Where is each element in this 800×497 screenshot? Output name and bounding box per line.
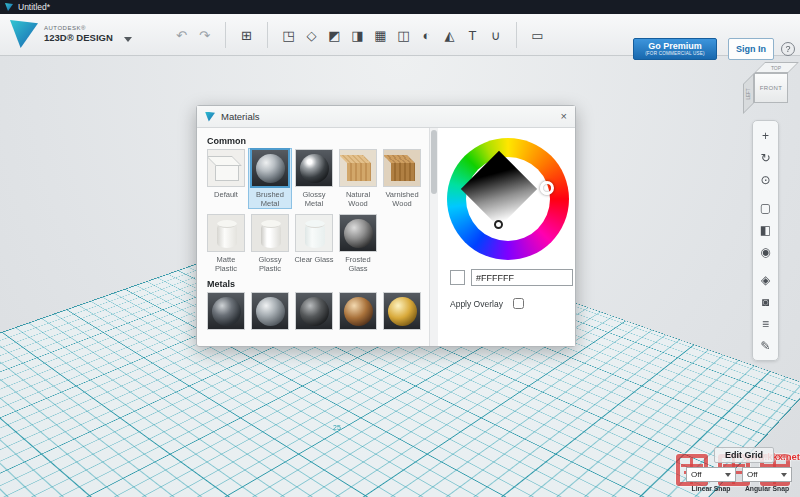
material-shape [256,154,285,183]
pan-icon[interactable]: + [755,125,776,146]
construct-icon[interactable]: ◩ [323,24,346,47]
material-label [337,330,379,346]
material-sphere-gold[interactable] [381,292,423,346]
toolbar-separator [225,22,226,48]
material-natural-wood[interactable]: Natural Wood [337,149,379,208]
go-premium-label: Go Premium [648,41,702,51]
material-thumbnail [207,292,245,330]
view-cube-front-face[interactable]: FRONT [754,73,788,103]
angular-snap-label: Angular Snap [740,485,794,492]
go-premium-sublabel: (FOR COMMERCIAL USE) [645,51,705,57]
view-cube-top-face[interactable]: TOP [754,62,799,73]
brand-line2: 123D® DESIGN [44,33,113,43]
visibility-icon[interactable]: ◉ [755,241,776,262]
material-sphere-dark[interactable] [293,292,335,346]
dialog-title: Materials [221,111,260,122]
chevron-down-icon [781,473,787,477]
grid-snap-panel: Edit Grid Off Off Linear Snap Angular Sn… [684,447,796,495]
material-label: Default [205,187,247,206]
primitives-icon[interactable]: ⊞ [235,24,258,47]
material-shape [217,223,237,248]
apply-overlay-label: Apply Overlay [450,299,503,309]
material-thumbnail [295,149,333,187]
view-cube[interactable]: TOP LEFT FRONT [744,62,796,108]
scrollbar-thumb[interactable] [431,130,437,194]
section-title: Metals [207,279,429,289]
orbit-icon[interactable]: ↻ [755,147,776,168]
sketch-tools-icon[interactable]: ✎ [755,335,776,356]
material-thumbnail [383,292,421,330]
toolbar-separator [516,22,517,48]
hex-color-input[interactable] [471,269,573,286]
material-clear-glass[interactable]: Clear Glass [293,214,335,273]
material-shape [256,297,285,326]
transform-icon[interactable]: ◳ [277,24,300,47]
autodesk-123d-logo [10,20,38,48]
go-premium-button[interactable]: Go Premium (FOR COMMERCIAL USE) [633,38,717,60]
window-title: Untitled* [18,2,50,12]
undo-icon[interactable]: ↶ [170,24,193,47]
toolbar-separator [267,22,268,48]
edit-grid-button[interactable]: Edit Grid [714,447,774,463]
material-shape [300,297,329,326]
material-default[interactable]: Default [205,149,247,208]
material-glossy-metal[interactable]: Glossy Metal [293,149,335,208]
redo-icon[interactable]: ↷ [193,24,216,47]
sv-selector-dot[interactable] [494,220,503,229]
color-swatch [450,270,465,285]
toolbar-icons: ↶↷⊞◳◇◩◨▦◫◐◭T∪▭ [170,22,549,48]
chevron-down-icon [725,473,731,477]
material-sphere-iron[interactable] [205,292,247,346]
material-frosted-glass[interactable]: Frosted Glass [337,214,379,273]
ruler-icon[interactable]: ▭ [526,24,549,47]
material-thumbnail [339,214,377,252]
dialog-header[interactable]: Materials × [197,106,575,128]
app-menu-chevron-icon[interactable] [124,37,132,42]
hue-selector-dot[interactable] [540,181,554,195]
material-brushed-metal[interactable]: Brushed Metal [249,149,291,208]
materials-dialog: Materials × CommonDefaultBrushed MetalGl… [196,105,576,347]
material-glossy-plastic[interactable]: Glossy Plastic [249,214,291,273]
material-label [293,330,335,346]
text-icon[interactable]: T [461,24,484,47]
title-bar: Untitled* [0,0,800,14]
linear-snap-label: Linear Snap [684,485,738,492]
material-label: Clear Glass [293,252,335,271]
material-thumbnail [295,292,333,330]
material-label: Glossy Metal [293,187,335,208]
material-sphere-bronze[interactable] [337,292,379,346]
materials-scrollbar[interactable] [429,128,438,346]
view-cube-left-face[interactable]: LEFT [743,73,754,114]
help-button[interactable]: ? [781,42,795,56]
modify-icon[interactable]: ◨ [346,24,369,47]
grouping-icon[interactable]: ◫ [392,24,415,47]
material-sphere-steel[interactable] [249,292,291,346]
material-label: Varnished Wood [381,187,423,208]
outline-icon[interactable]: ◈ [755,269,776,290]
dialog-logo-icon [205,112,215,122]
material-label: Brushed Metal [249,187,291,208]
fit-icon[interactable]: ▢ [755,197,776,218]
materials-pane: CommonDefaultBrushed MetalGlossy MetalNa… [197,128,429,346]
material-shape [305,223,325,248]
pattern-icon[interactable]: ▦ [369,24,392,47]
combine-icon[interactable]: ◐ [415,24,438,47]
linear-snap-select[interactable]: Off [686,467,736,482]
layers-icon[interactable]: ≡ [755,313,776,334]
apply-overlay-checkbox[interactable] [513,298,524,309]
snap-icon[interactable]: ∪ [484,24,507,47]
linear-snap-value: Off [691,470,702,479]
close-icon[interactable]: × [561,111,567,122]
camera-icon[interactable]: ◙ [755,291,776,312]
sign-in-button[interactable]: Sign In [728,38,774,60]
view-mode-icon[interactable]: ◧ [755,219,776,240]
material-label: Frosted Glass [337,252,379,273]
sketch-icon[interactable]: ◇ [300,24,323,47]
brand-text: AUTODESK® 123D® DESIGN [44,23,113,43]
measure-icon[interactable]: ◭ [438,24,461,47]
zoom-icon[interactable]: ⊙ [755,169,776,190]
material-label [381,330,423,346]
material-matte-plastic[interactable]: Matte Plastic [205,214,247,273]
material-varnished-wood[interactable]: Varnished Wood [381,149,423,208]
angular-snap-select[interactable]: Off [742,467,792,482]
